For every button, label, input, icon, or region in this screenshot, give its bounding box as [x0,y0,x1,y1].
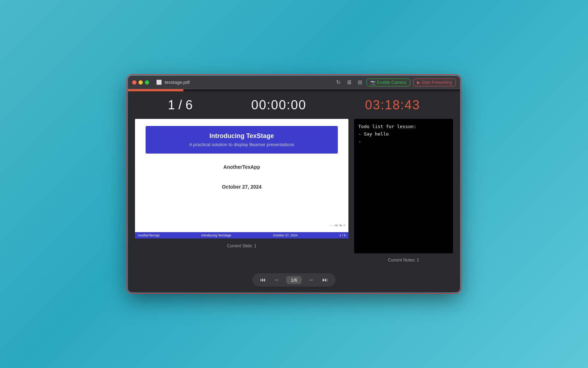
nav-bar: ⏮ ← 1/6 → ⏭ [128,270,460,292]
slide-position: 1 / 6 [168,98,193,113]
enable-camera-button[interactable]: 📷 Enable Camera [366,79,410,86]
nav-dot-controls: · · · ≪ ≫ ·/· [329,224,346,227]
slide-nav-dots: · · · ≪ ≫ ·/· [329,224,346,227]
slide-frame: Introducing TexStage A practical solutio… [135,119,348,238]
titlebar: ⬜ texstage.pdf ↻ 🖥 ⊞ 📷 Enable Camera ▶ S… [128,76,460,89]
elapsed-time: 00:00:00 [251,98,306,113]
notes-content: Todo list for lesson:- Say hello- [358,124,416,144]
prev-icon: ← [274,277,280,283]
minimize-button[interactable] [139,80,143,85]
footer-left: AnotherTexApp [138,234,160,237]
countdown-time: 03:18:43 [365,98,420,113]
next-slide-button[interactable]: → [306,275,316,284]
slide-date: October 27, 2024 [222,184,261,190]
slide-author: AnotherTexApp [223,164,260,170]
titlebar-controls: ↻ 🖥 ⊞ 📷 Enable Camera ▶ Start Presenting [335,78,456,86]
notes-panel: Todo list for lesson:- Say hello- Curren… [354,119,453,263]
slide-header-block: Introducing TexStage A practical solutio… [146,126,338,154]
next-icon: → [308,277,314,283]
notes-area[interactable]: Todo list for lesson:- Say hello- [354,119,453,253]
last-slide-button[interactable]: ⏭ [320,275,330,284]
main-content: Introducing TexStage A practical solutio… [128,119,460,270]
footer-page: 1 / 6 [339,234,346,237]
present-icon: ▶ [417,80,420,85]
grid-icon[interactable]: ⊞ [356,78,364,86]
first-slide-button[interactable]: ⏮ [258,275,268,284]
nav-pill: ⏮ ← 1/6 → ⏭ [252,273,336,287]
nav-page-display: 1/6 [286,276,302,284]
slide-footer: AnotherTexApp Introducing TexStage Octob… [135,232,348,238]
footer-center: Introducing TexStage [201,234,231,237]
prev-slide-button[interactable]: ← [272,275,282,284]
slide-subtitle: A practical solution to display Beamer p… [153,142,331,147]
file-icon: ⬜ [156,80,162,85]
camera-icon: 📷 [370,80,376,85]
current-notes-label: Current Notes: 1 [354,258,453,263]
monitor-icon[interactable]: 🖥 [345,79,353,86]
first-icon: ⏮ [260,277,266,283]
refresh-icon[interactable]: ↻ [335,78,342,86]
last-icon: ⏭ [322,277,328,283]
maximize-button[interactable] [145,80,149,85]
traffic-lights [132,80,149,85]
slide-title: Introducing TexStage [153,132,331,140]
slide-content: Introducing TexStage A practical solutio… [135,119,348,232]
footer-right: October 27, 2024 [273,234,298,237]
filename-label: texstage.pdf [165,80,190,85]
app-window: ⬜ texstage.pdf ↻ 🖥 ⊞ 📷 Enable Camera ▶ S… [128,76,460,292]
slide-panel: Introducing TexStage A practical solutio… [135,119,348,263]
current-slide-label: Current Slide: 1 [135,243,348,248]
stats-row: 1 / 6 00:00:00 03:18:43 [128,91,460,119]
close-button[interactable] [132,80,136,85]
start-presenting-button[interactable]: ▶ Start Presenting [413,79,456,86]
